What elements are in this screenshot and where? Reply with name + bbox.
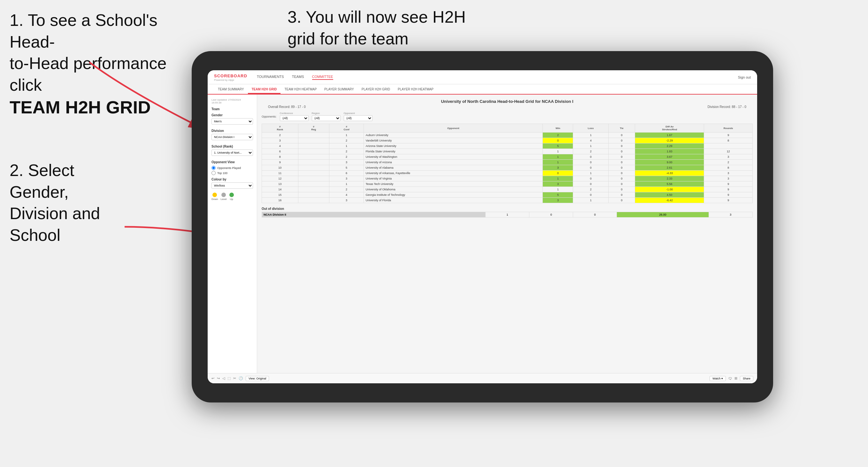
out-of-division-table: NCAA Division II 1 0 0 26.00 3: [261, 212, 753, 218]
step2-line2: Division and: [9, 204, 100, 223]
nav-committee[interactable]: COMMITTEE: [312, 75, 333, 80]
records-row: Overall Record: 89 - 17 - 0 Division Rec…: [261, 105, 753, 108]
share-button[interactable]: Share: [740, 376, 753, 381]
cell-loss: 4: [573, 138, 608, 144]
colour-select[interactable]: Win/loss: [212, 182, 253, 189]
cell-rank: 16: [262, 198, 299, 203]
cell-tie: 0: [608, 181, 635, 187]
cell-diff: 9.00: [635, 160, 704, 165]
table-header-row: #Rank #Reg #Conf Opponent Win Loss Tie D…: [262, 124, 753, 132]
tab-player-summary[interactable]: PLAYER SUMMARY: [320, 86, 358, 94]
layout-button[interactable]: ⊞: [735, 376, 737, 380]
table-row: 6 2 Florida State University 1 2 0 1.83 …: [262, 149, 753, 154]
view-original-button[interactable]: View: Original: [246, 376, 269, 381]
cell-conf: 3: [329, 198, 364, 203]
cell-opponent: Vanderbilt University: [364, 138, 543, 144]
watch-button[interactable]: Watch ▾: [710, 376, 726, 381]
cell-rank: 12: [262, 176, 299, 181]
clock-button[interactable]: 🕐: [239, 376, 243, 380]
cell-loss: 0: [573, 154, 608, 160]
division-label: Division: [212, 129, 253, 132]
cell-loss: 1: [573, 132, 608, 138]
col-loss: Loss: [573, 124, 608, 132]
cell-rank: 14: [262, 187, 299, 192]
gender-label: Gender: [212, 114, 253, 117]
sign-out-button[interactable]: Sign out: [738, 75, 751, 79]
cell-win: 1: [543, 154, 573, 160]
cell-win: 1: [543, 160, 573, 165]
cell-reg: [298, 132, 329, 138]
cell-opponent: Florida State University: [364, 149, 543, 154]
cell-loss: 0: [573, 192, 608, 198]
table-row: 9 3 University of Arizona 1 0 0 9.00 2: [262, 160, 753, 165]
cell-conf: 2: [329, 149, 364, 154]
conference-filter-select[interactable]: (All): [280, 115, 309, 121]
logo: SCOREBOARD Powered by clippi: [214, 73, 257, 82]
opponent-radio-played[interactable]: Opponents Played: [212, 166, 253, 170]
cell-loss: 1: [573, 144, 608, 149]
cell-tie: 0: [608, 144, 635, 149]
cell-reg: [298, 154, 329, 160]
cell-diff: 3.67: [635, 154, 704, 160]
cell-loss: 2: [573, 187, 608, 192]
opponent-radio-top100[interactable]: Top 100: [212, 171, 253, 175]
cell-reg: [298, 181, 329, 187]
cell-opponent: University of Alabama: [364, 165, 543, 170]
division-select[interactable]: NCAA Division I NCAA Division II NCAA Di…: [212, 134, 253, 140]
table-row: 12 3 University of Virginia 1 0 0 2.33 3: [262, 176, 753, 181]
redo-button[interactable]: ↪: [217, 376, 220, 380]
main-content: Last Updated: 27/03/2024 16:55:38 Team G…: [208, 95, 757, 373]
cell-diff: 4.50: [635, 192, 704, 198]
cell-win: 0: [543, 170, 573, 176]
cell-rounds: 9: [704, 198, 753, 203]
back-button[interactable]: ◁: [222, 376, 225, 380]
instruction-step2: 2. Select Gender, Division and School: [9, 160, 137, 246]
cell-win: 3: [543, 198, 573, 203]
team-label: Team: [212, 107, 253, 111]
annotate-button[interactable]: 🗨: [728, 377, 732, 380]
table-row: 8 2 University of Washington 1 0 0 3.67 …: [262, 154, 753, 160]
opponent-filter-select[interactable]: (All): [344, 115, 372, 121]
cell-rank: 4: [262, 144, 299, 149]
cell-win: 3: [543, 165, 573, 170]
subnav: TEAM SUMMARY TEAM H2H GRID TEAM H2H HEAT…: [208, 84, 757, 95]
cell-win: 1: [543, 149, 573, 154]
tab-team-summary[interactable]: TEAM SUMMARY: [214, 86, 248, 94]
school-select[interactable]: 1. University of Nort...: [212, 150, 253, 156]
opponent-radio-group: Opponents Played Top 100: [212, 166, 253, 175]
col-reg: #Reg: [298, 124, 329, 132]
tab-team-h2h-heatmap[interactable]: TEAM H2H HEATMAP: [280, 86, 320, 94]
nav-tournaments[interactable]: TOURNAMENTS: [257, 75, 284, 80]
gender-select[interactable]: Men's Women's: [212, 118, 253, 125]
region-filter-select[interactable]: (All): [312, 115, 341, 121]
cell-opponent: University of Washington: [364, 154, 543, 160]
cell-tie: 0: [608, 187, 635, 192]
cell-diff: 2.61: [635, 165, 704, 170]
nav-teams[interactable]: TEAMS: [292, 75, 304, 80]
tab-team-h2h-grid[interactable]: TEAM H2H GRID: [248, 86, 281, 94]
table-row: 3 2 Vanderbilt University 0 4 0 -2.29 8: [262, 138, 753, 144]
cell-rank: 6: [262, 149, 299, 154]
cell-loss: 0: [573, 160, 608, 165]
cell-rounds: 12: [704, 149, 753, 154]
cell-reg: [298, 144, 329, 149]
cell-reg: [298, 165, 329, 170]
navbar: SCOREBOARD Powered by clippi TOURNAMENTS…: [208, 70, 757, 84]
copy-button[interactable]: ⬚: [227, 376, 231, 380]
step1-line1: 1. To see a School's Head-: [9, 11, 157, 51]
last-updated: Last Updated: 27/03/2024 16:55:38: [212, 98, 253, 104]
cut-button[interactable]: ✂: [233, 376, 236, 380]
conference-filter-label: Conference: [280, 112, 309, 115]
opponents-filter-label: Opponents:: [261, 115, 277, 118]
tab-player-h2h-grid[interactable]: PLAYER H2H GRID: [358, 86, 394, 94]
out-div-division: NCAA Division II: [262, 212, 486, 218]
cell-rank: 13: [262, 181, 299, 187]
table-row: 13 1 Texas Tech University 3 0 0 5.56 9: [262, 181, 753, 187]
undo-button[interactable]: ↩: [212, 376, 214, 380]
tab-player-h2h-heatmap[interactable]: PLAYER H2H HEATMAP: [394, 86, 437, 94]
swatch-level: Level: [220, 193, 226, 200]
cell-opponent: University of Arkansas, Fayetteville: [364, 170, 543, 176]
opponent-filter-label: Opponent: [344, 112, 372, 115]
out-div-loss: 0: [529, 212, 573, 218]
cell-opponent: University of Arizona: [364, 160, 543, 165]
